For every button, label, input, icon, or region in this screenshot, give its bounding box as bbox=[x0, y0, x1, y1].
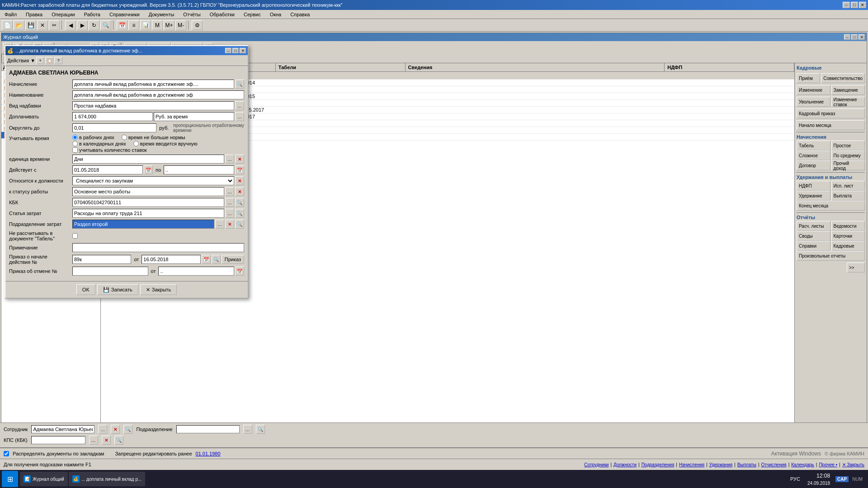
dialog-tb-add[interactable]: + bbox=[36, 57, 44, 64]
btn-konec-mesyaca[interactable]: Конец месяца bbox=[797, 201, 865, 211]
btn-podraz-search[interactable]: 🔍 bbox=[235, 220, 244, 229]
dialog-min[interactable]: – bbox=[225, 48, 231, 53]
btn-status-lookup[interactable]: … bbox=[225, 187, 234, 196]
btn-kadrovyi-prikaz[interactable]: Кадровый приказ bbox=[797, 108, 865, 118]
tb-save[interactable]: 💾 bbox=[25, 20, 36, 30]
radio-manual[interactable] bbox=[133, 141, 139, 146]
btn-save[interactable]: 💾 Записать bbox=[97, 284, 138, 295]
btn-kbk-search[interactable]: 🔍 bbox=[235, 198, 244, 207]
select-dolzhnost[interactable]: Специалист по закупкам bbox=[72, 176, 234, 185]
btn-slozhnoe[interactable]: Сложное bbox=[797, 150, 830, 160]
input-ed-vremeni[interactable] bbox=[72, 155, 224, 164]
btn-svody[interactable]: Своды bbox=[797, 231, 830, 241]
btn-podrazd-lookup[interactable]: … bbox=[243, 425, 252, 434]
input-okruglat[interactable] bbox=[72, 123, 156, 132]
tray-date[interactable]: 24.09.2018 bbox=[806, 480, 832, 487]
link-sotrudniki[interactable]: Сотрудники bbox=[584, 462, 609, 467]
input-date-to[interactable] bbox=[164, 165, 234, 174]
tb-forward[interactable]: ▶ bbox=[77, 20, 88, 30]
tb-back[interactable]: ◀ bbox=[65, 20, 76, 30]
link-otchisleniya[interactable]: Отчисления bbox=[761, 462, 787, 467]
journal-min[interactable]: – bbox=[844, 34, 850, 40]
btn-prikaz-otm-cal[interactable]: 📅 bbox=[235, 267, 244, 276]
btn-proizv-otchety[interactable]: Произвольные отчеты bbox=[797, 251, 865, 261]
link-dolzhnosti[interactable]: Должности bbox=[613, 462, 637, 467]
btn-sovmest[interactable]: Совместительство bbox=[821, 73, 865, 83]
tb-new[interactable]: 📄 bbox=[2, 20, 13, 30]
btn-kadrovye-otch[interactable]: Кадровые bbox=[831, 241, 865, 251]
menu-help[interactable]: Справка bbox=[288, 11, 312, 18]
menu-windows[interactable]: Окна bbox=[267, 11, 284, 18]
input-date-from[interactable] bbox=[72, 165, 143, 174]
btn-spravki[interactable]: Справки bbox=[797, 241, 830, 251]
input-podraz[interactable] bbox=[72, 220, 214, 229]
btn-podraz-lookup[interactable]: … bbox=[215, 220, 224, 229]
tb-scissors[interactable]: ✂ bbox=[49, 20, 60, 30]
btn-ndfp[interactable]: НДФП bbox=[797, 181, 830, 191]
btn-prochiy-dohod[interactable]: Прочий доход bbox=[831, 160, 865, 170]
input-vid-nadbavki[interactable] bbox=[72, 101, 234, 110]
link-uderzhaniya[interactable]: Удержания bbox=[709, 462, 732, 467]
tb-m-minus[interactable]: M bbox=[152, 20, 163, 30]
btn-nachalo-mesyaca[interactable]: Начало месяца bbox=[797, 120, 865, 130]
btn-dolzh-clear[interactable]: ✕ bbox=[235, 176, 244, 185]
btn-prikaz-search[interactable]: 🔍 bbox=[212, 255, 221, 264]
btn-vid-lookup[interactable]: … bbox=[235, 101, 244, 110]
dialog-actions[interactable]: Действия ▼ bbox=[7, 58, 35, 63]
tb-extra[interactable]: ⚙ bbox=[192, 20, 203, 30]
input-podrazdelenie[interactable] bbox=[176, 425, 240, 433]
link-prochee[interactable]: Прочее • bbox=[819, 462, 837, 467]
tb-calendar[interactable]: 📅 bbox=[117, 20, 127, 30]
input-doplachivat-value[interactable] bbox=[72, 112, 153, 121]
btn-ispl-list[interactable]: Исп. лист bbox=[831, 181, 865, 191]
btn-kps-clear[interactable]: ✕ bbox=[102, 436, 111, 445]
btn-kps-lookup[interactable]: … bbox=[89, 436, 98, 445]
btn-prostoe[interactable]: Простое bbox=[831, 141, 865, 150]
btn-prikaz-cal[interactable]: 📅 bbox=[202, 255, 211, 264]
tb-delete[interactable]: ✕ bbox=[37, 20, 48, 30]
btn-arrow[interactable]: >> bbox=[847, 263, 865, 272]
journal-close[interactable]: ✕ bbox=[859, 34, 865, 40]
radio-no-more[interactable] bbox=[122, 135, 127, 140]
btn-zameschenie[interactable]: Замещение bbox=[831, 85, 865, 95]
tb-search[interactable]: 🔍 bbox=[100, 20, 111, 30]
check-ne-rasch[interactable] bbox=[72, 233, 78, 239]
btn-sotrudnik-clear[interactable]: ✕ bbox=[111, 425, 120, 434]
menu-service[interactable]: Сервис bbox=[241, 11, 264, 18]
dialog-max[interactable]: □ bbox=[232, 48, 239, 53]
btn-izm-stavok[interactable]: Изменение ставок bbox=[831, 97, 865, 107]
start-button[interactable]: ⊞ bbox=[2, 471, 18, 487]
input-prikaz-num[interactable] bbox=[72, 255, 131, 264]
btn-uderzh[interactable]: Удержание bbox=[797, 191, 830, 201]
btn-kps-search[interactable]: 🔍 bbox=[114, 436, 123, 445]
tb-m-minus2[interactable]: M- bbox=[175, 20, 186, 30]
dialog-close[interactable]: ✕ bbox=[240, 48, 246, 53]
btn-ed-lookup[interactable]: … bbox=[225, 155, 234, 164]
input-kbk[interactable] bbox=[72, 198, 224, 207]
btn-vedomosti[interactable]: Ведомости bbox=[831, 221, 865, 231]
input-stat-zatrat[interactable] bbox=[72, 209, 224, 218]
input-prikaz-otm-date[interactable] bbox=[158, 267, 234, 276]
input-primechanie[interactable] bbox=[72, 243, 244, 252]
btn-tabel[interactable]: Табель bbox=[797, 141, 830, 150]
input-status-raboty[interactable] bbox=[72, 187, 224, 196]
btn-po-srednemu[interactable]: По среднему bbox=[831, 150, 865, 160]
dialog-tb-copy[interactable]: 📋 bbox=[45, 57, 53, 64]
btn-dogovor[interactable]: Договор bbox=[797, 160, 830, 170]
btn-izmenenie[interactable]: Изменение bbox=[797, 85, 830, 95]
btn-status-clear[interactable]: ✕ bbox=[235, 187, 244, 196]
btn-ed-clear[interactable]: ✕ bbox=[235, 155, 244, 164]
btn-podrazd-search[interactable]: 🔍 bbox=[256, 425, 265, 434]
radio-work-days[interactable] bbox=[72, 135, 78, 140]
minimize-button[interactable]: – bbox=[843, 2, 850, 8]
maximize-button[interactable]: □ bbox=[851, 2, 858, 8]
btn-date-to-cal[interactable]: 📅 bbox=[235, 165, 244, 174]
menu-documents[interactable]: Документы bbox=[146, 11, 177, 18]
btn-podraz-clear[interactable]: ✕ bbox=[225, 220, 234, 229]
btn-rasch-listy[interactable]: Расч. листы bbox=[797, 221, 830, 231]
link-zakryt[interactable]: ✕ Закрыть bbox=[842, 462, 864, 467]
input-prikaz-otm-num[interactable] bbox=[72, 267, 148, 276]
btn-date-from-cal[interactable]: 📅 bbox=[144, 165, 153, 174]
menu-reports[interactable]: Отчёты bbox=[180, 11, 203, 18]
link-forbidden-date[interactable]: 01.01.1980 bbox=[196, 451, 221, 456]
